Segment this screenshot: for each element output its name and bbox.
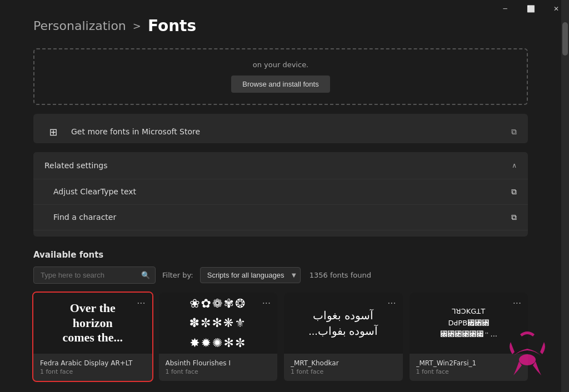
filter-label: Filter by: (162, 271, 193, 279)
related-settings-card: Related settings ∧ Adjust ClearType text… (33, 152, 528, 237)
page-header: Personalization > Fonts (33, 17, 528, 35)
microsoft-store-label: Get more fonts in Microsoft Store (71, 127, 511, 136)
scrollbar[interactable] (561, 0, 569, 392)
font-card-name-khodkar: _MRT_Khodkar (291, 359, 396, 367)
page-title: Fonts (148, 17, 196, 35)
font-preview-text-khodkar: آسوده بغوابآسوده بفواب... (308, 308, 378, 339)
store-icon: ⊞ (44, 123, 62, 140)
font-card-fedra[interactable]: Over thehorizoncomes the... ··· Fedra Ar… (33, 293, 152, 381)
font-grid: Over thehorizoncomes the... ··· Fedra Ar… (33, 293, 528, 381)
font-card-info-fedra: Fedra Arabic Display AR+LT 1 font face (33, 354, 152, 381)
font-card-info-khodkar: _MRT_Khodkar 1 font face (284, 354, 403, 381)
available-fonts-heading: Available fonts (33, 250, 528, 260)
breadcrumb-parent[interactable]: Personalization (33, 19, 126, 33)
scrollbar-thumb[interactable] (562, 22, 568, 56)
download-fonts-row[interactable]: Download fonts for all languages ⬇ (33, 230, 528, 237)
font-card-preview-khodkar: آسوده بغوابآسوده بفواب... ··· (284, 293, 403, 354)
drag-drop-area: on your device. Browse and install fonts (33, 48, 528, 105)
microsoft-store-card: ⊞ Get more fonts in Microsoft Store ⧉ (33, 114, 528, 143)
close-button[interactable]: ✕ (543, 0, 569, 18)
font-card-info-absinth: Absinth Flourishes I 1 font face (159, 354, 278, 381)
filter-select-wrapper: Scripts for all languages Latin Arabic C… (200, 267, 301, 283)
font-card-faces-khodkar: 1 font face (291, 368, 396, 375)
filter-select[interactable]: Scripts for all languages Latin Arabic C… (200, 267, 301, 283)
minimize-button[interactable]: ─ (492, 0, 518, 18)
related-settings-chevron: ∧ (512, 162, 517, 169)
font-card-faces-absinth: 1 font face (166, 368, 271, 375)
font-card-khodkar[interactable]: آسوده بغوابآسوده بفواب... ··· _MRT_Khodk… (284, 293, 403, 381)
related-settings-title: Related settings (44, 161, 512, 170)
search-input[interactable] (33, 267, 156, 284)
drag-drop-text: on your device. (46, 61, 516, 69)
microsoft-store-row[interactable]: ⊞ Get more fonts in Microsoft Store ⧉ (33, 114, 528, 143)
font-card-more-win2farsi[interactable]: ··· (511, 297, 523, 310)
font-card-more-khodkar[interactable]: ··· (385, 297, 398, 310)
font-preview-text-win2farsi: ꓶꓤꓛꓗꓖꓕꓔꓓꓒꓑꓐ꓏꓎꓍꓌꓋꓊꓉꓈꓇꓆... (440, 306, 497, 340)
find-character-external-icon: ⧉ (511, 213, 517, 222)
svg-point-0 (519, 354, 536, 365)
title-bar: ─ ⬜ ✕ (492, 0, 569, 18)
find-character-row[interactable]: Find a character ⧉ (33, 205, 528, 230)
font-card-faces-fedra: 1 font face (40, 368, 146, 375)
related-settings-header[interactable]: Related settings ∧ (33, 152, 528, 179)
font-card-name-fedra: Fedra Arabic Display AR+LT (40, 359, 146, 367)
cleartype-label: Adjust ClearType text (53, 187, 511, 196)
font-card-preview-fedra: Over thehorizoncomes the... ··· (33, 293, 152, 354)
main-content: Personalization > Fonts on your device. … (0, 0, 561, 392)
search-filter-bar: 🔍 Filter by: Scripts for all languages L… (33, 267, 528, 284)
font-preview-text-fedra: Over thehorizoncomes the... (62, 301, 123, 345)
font-preview-text-absinth: ❀✿❁✾❂✽✼✻❋⚜✸✹✺✻✼ (189, 294, 247, 353)
cleartype-external-icon: ⧉ (511, 187, 517, 197)
search-wrapper: 🔍 (33, 267, 156, 284)
font-card-preview-absinth: ❀✿❁✾❂✽✼✻❋⚜✸✹✺✻✼ ··· (159, 293, 278, 354)
fonts-count: 1356 fonts found (310, 271, 371, 279)
find-character-label: Find a character (53, 213, 511, 222)
font-card-more-fedra[interactable]: ··· (134, 297, 147, 310)
breadcrumb-separator: > (133, 20, 141, 32)
font-card-name-absinth: Absinth Flourishes I (166, 359, 271, 367)
font-card-absinth[interactable]: ❀✿❁✾❂✽✼✻❋⚜✸✹✺✻✼ ··· Absinth Flourishes I… (159, 293, 278, 381)
cleartype-row[interactable]: Adjust ClearType text ⧉ (33, 179, 528, 205)
maximize-button[interactable]: ⬜ (518, 0, 543, 18)
external-link-icon: ⧉ (511, 127, 517, 137)
browse-install-button[interactable]: Browse and install fonts (231, 76, 330, 93)
font-card-more-absinth[interactable]: ··· (260, 297, 273, 310)
watermark-logo (502, 331, 552, 381)
